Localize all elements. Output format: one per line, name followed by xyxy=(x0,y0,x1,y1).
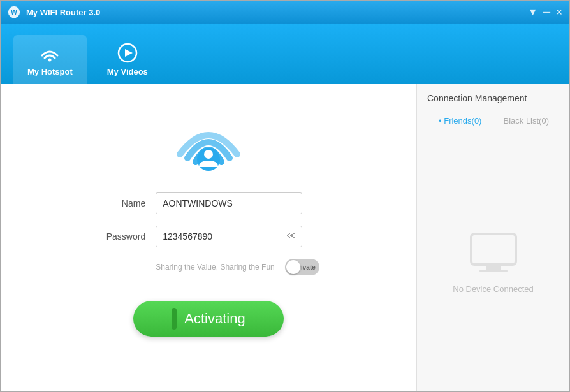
hotspot-logo xyxy=(173,110,244,180)
nav-hotspot-label: My Hotspot xyxy=(27,67,73,76)
app-logo: W xyxy=(7,5,21,19)
private-toggle[interactable]: Private xyxy=(285,259,319,275)
minimize-button[interactable]: ─ xyxy=(543,6,550,18)
nav-item-hotspot[interactable]: My Hotspot xyxy=(13,35,87,84)
monitor-icon xyxy=(468,231,519,275)
sharing-row: Sharing the Value, Sharing the Fun Priva… xyxy=(98,259,319,275)
connection-title: Connection Management xyxy=(427,93,559,103)
friends-tab-label: Friends(0) xyxy=(444,116,481,126)
blacklist-tab-label: Black List(0) xyxy=(503,116,549,126)
name-label: Name xyxy=(98,198,145,208)
toggle-knob xyxy=(286,260,300,274)
name-row: Name xyxy=(98,192,302,214)
svg-text:W: W xyxy=(11,9,17,16)
form-area: Name Password 👁 Sharing the Value, Shari… xyxy=(98,192,319,275)
password-input[interactable] xyxy=(156,226,302,247)
close-button[interactable]: ✕ xyxy=(555,7,563,17)
app-title: My WIFI Router 3.0 xyxy=(26,8,528,17)
activate-button-area: Activating xyxy=(13,301,404,337)
svg-point-6 xyxy=(204,150,213,159)
svg-rect-9 xyxy=(479,270,508,272)
left-panel: Name Password 👁 Sharing the Value, Shari… xyxy=(1,84,416,392)
window-controls: ▼ ─ ✕ xyxy=(528,6,563,18)
svg-rect-7 xyxy=(471,234,516,265)
password-wrapper: 👁 xyxy=(156,226,302,247)
name-input[interactable] xyxy=(156,192,302,214)
svg-rect-8 xyxy=(486,265,501,270)
activate-label: Activating xyxy=(184,310,245,327)
sharing-text: Sharing the Value, Sharing the Fun xyxy=(156,263,275,272)
right-panel: Connection Management Friends(0) Black L… xyxy=(416,84,569,392)
blacklist-tab[interactable]: Black List(0) xyxy=(493,111,560,131)
friends-tab[interactable]: Friends(0) xyxy=(427,111,493,131)
loading-indicator xyxy=(172,308,177,330)
title-bar: W My WIFI Router 3.0 ▼ ─ ✕ xyxy=(1,1,569,24)
toggle-switch[interactable]: Private xyxy=(285,259,319,275)
no-device-text: No Device Connected xyxy=(453,284,533,294)
show-password-icon[interactable]: 👁 xyxy=(287,231,297,242)
main-content: Name Password 👁 Sharing the Value, Shari… xyxy=(1,84,569,392)
svg-marker-4 xyxy=(125,49,133,57)
connection-header: Connection Management Friends(0) Black L… xyxy=(417,84,569,131)
nav-item-videos[interactable]: My Videos xyxy=(93,35,162,84)
activate-button[interactable]: Activating xyxy=(133,301,283,337)
password-label: Password xyxy=(98,231,145,242)
connection-tabs: Friends(0) Black List(0) xyxy=(427,111,559,131)
svg-point-2 xyxy=(48,59,52,62)
wifi-indicator-icon: ▼ xyxy=(528,6,538,18)
nav-bar: My Hotspot My Videos xyxy=(1,24,569,84)
videos-icon xyxy=(116,41,139,64)
password-row: Password 👁 xyxy=(98,226,302,247)
nav-videos-label: My Videos xyxy=(107,67,148,76)
no-device-area: No Device Connected xyxy=(417,131,569,392)
hotspot-icon xyxy=(38,41,61,64)
